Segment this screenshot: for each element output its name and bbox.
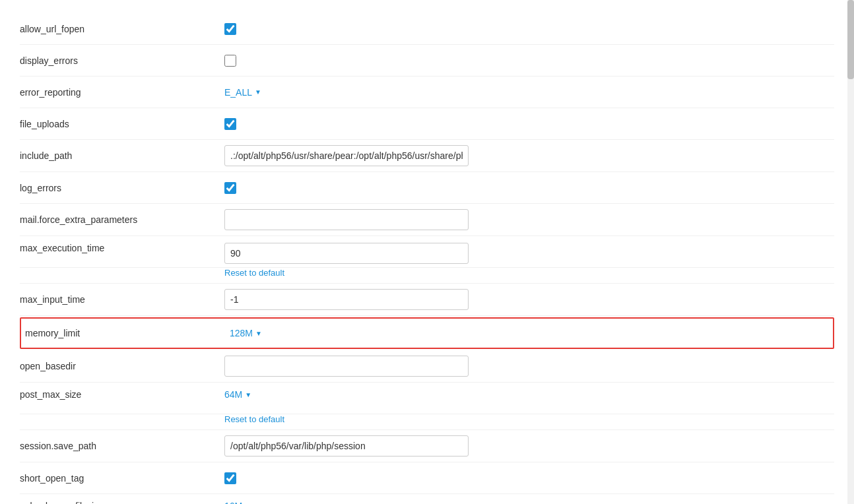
value-error_reporting: E_ALL▼ bbox=[224, 87, 834, 98]
settings-row-upload_max_filesize: upload_max_filesize16M▼ bbox=[20, 494, 834, 504]
checkbox-short_open_tag[interactable] bbox=[224, 472, 236, 484]
reset-button-post_max_size[interactable]: Reset to default bbox=[224, 414, 284, 424]
dropdown-error_reporting[interactable]: E_ALL▼ bbox=[224, 87, 261, 98]
chevron-down-icon: ▼ bbox=[255, 88, 261, 96]
value-post_max_size: 64M▼ bbox=[224, 389, 834, 400]
value-session_save_path bbox=[224, 435, 834, 457]
value-include_path bbox=[224, 145, 834, 166]
settings-row-display_errors: display_errors bbox=[20, 45, 834, 77]
value-mail_force_extra_parameters bbox=[224, 209, 834, 230]
input-max_execution_time[interactable] bbox=[224, 243, 469, 264]
value-memory_limit: 128M▼ bbox=[230, 328, 829, 338]
settings-row-max_execution_time: max_execution_time bbox=[20, 236, 834, 268]
label-max_input_time: max_input_time bbox=[20, 294, 224, 305]
checkbox-log_errors[interactable] bbox=[224, 182, 236, 194]
checkbox-allow_url_fopen[interactable] bbox=[224, 23, 236, 35]
value-open_basedir bbox=[224, 356, 834, 377]
settings-row-memory_limit: memory_limit128M▼ bbox=[20, 317, 834, 349]
dropdown-post_max_size[interactable]: 64M▼ bbox=[224, 389, 251, 400]
label-max_execution_time: max_execution_time bbox=[20, 243, 224, 253]
dropdown-value-memory_limit: 128M bbox=[230, 328, 253, 338]
value-max_execution_time bbox=[224, 243, 834, 264]
value-upload_max_filesize: 16M▼ bbox=[224, 501, 834, 504]
settings-row-session_save_path: session.save_path bbox=[20, 430, 834, 462]
input-open_basedir[interactable] bbox=[224, 356, 469, 377]
label-post_max_size: post_max_size bbox=[20, 389, 224, 400]
label-memory_limit: memory_limit bbox=[25, 328, 230, 338]
subnote-row-post_max_size: Reset to default bbox=[20, 414, 834, 430]
dropdown-value-upload_max_filesize: 16M bbox=[224, 501, 242, 504]
settings-row-short_open_tag: short_open_tag bbox=[20, 462, 834, 494]
input-max_input_time[interactable] bbox=[224, 289, 469, 310]
subnote-row-max_execution_time: Reset to default bbox=[20, 268, 834, 284]
value-allow_url_fopen bbox=[224, 23, 834, 35]
label-include_path: include_path bbox=[20, 150, 224, 161]
checkbox-display_errors[interactable] bbox=[224, 55, 236, 67]
settings-row-allow_url_fopen: allow_url_fopen bbox=[20, 13, 834, 45]
label-error_reporting: error_reporting bbox=[20, 87, 224, 98]
label-log_errors: log_errors bbox=[20, 183, 224, 193]
settings-row-max_input_time: max_input_time bbox=[20, 284, 834, 316]
label-open_basedir: open_basedir bbox=[20, 361, 224, 371]
reset-button-max_execution_time[interactable]: Reset to default bbox=[224, 268, 284, 278]
label-allow_url_fopen: allow_url_fopen bbox=[20, 24, 224, 34]
label-display_errors: display_errors bbox=[20, 55, 224, 66]
value-log_errors bbox=[224, 182, 834, 194]
settings-row-open_basedir: open_basedir bbox=[20, 350, 834, 383]
label-mail_force_extra_parameters: mail.force_extra_parameters bbox=[20, 214, 224, 225]
settings-row-log_errors: log_errors bbox=[20, 172, 834, 204]
label-file_uploads: file_uploads bbox=[20, 119, 224, 129]
dropdown-upload_max_filesize[interactable]: 16M▼ bbox=[224, 501, 251, 504]
settings-page: allow_url_fopendisplay_errorserror_repor… bbox=[0, 0, 854, 504]
dropdown-memory_limit[interactable]: 128M▼ bbox=[230, 328, 262, 338]
input-include_path[interactable] bbox=[224, 145, 469, 166]
settings-row-include_path: include_path bbox=[20, 140, 834, 172]
scrollbar-track[interactable] bbox=[847, 0, 854, 504]
settings-row-mail_force_extra_parameters: mail.force_extra_parameters bbox=[20, 204, 834, 236]
scrollbar-thumb[interactable] bbox=[847, 0, 854, 79]
input-session_save_path[interactable] bbox=[224, 435, 469, 457]
settings-row-file_uploads: file_uploads bbox=[20, 108, 834, 140]
input-mail_force_extra_parameters[interactable] bbox=[224, 209, 469, 230]
value-file_uploads bbox=[224, 118, 834, 130]
value-short_open_tag bbox=[224, 472, 834, 484]
dropdown-value-post_max_size: 64M bbox=[224, 389, 242, 400]
dropdown-value-error_reporting: E_ALL bbox=[224, 87, 252, 98]
settings-row-post_max_size: post_max_size64M▼ bbox=[20, 383, 834, 414]
label-short_open_tag: short_open_tag bbox=[20, 473, 224, 484]
label-upload_max_filesize: upload_max_filesize bbox=[20, 501, 224, 504]
chevron-down-icon: ▼ bbox=[245, 391, 251, 398]
value-max_input_time bbox=[224, 289, 834, 310]
checkbox-file_uploads[interactable] bbox=[224, 118, 236, 130]
settings-row-error_reporting: error_reportingE_ALL▼ bbox=[20, 77, 834, 108]
settings-table: allow_url_fopendisplay_errorserror_repor… bbox=[20, 13, 834, 504]
value-display_errors bbox=[224, 55, 834, 67]
chevron-down-icon: ▼ bbox=[255, 330, 262, 337]
label-session_save_path: session.save_path bbox=[20, 441, 224, 451]
